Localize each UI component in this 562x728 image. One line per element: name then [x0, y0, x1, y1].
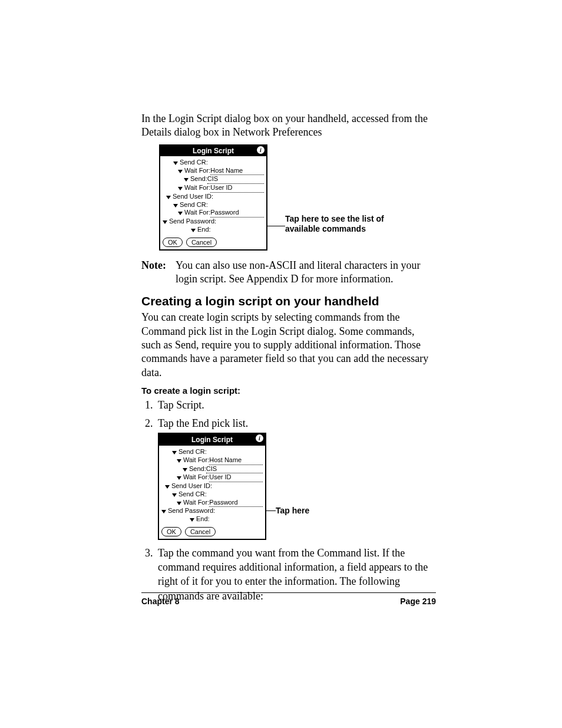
script-command: Send CR: — [180, 159, 208, 167]
script-line[interactable]: Send User ID: — [163, 193, 264, 201]
script-command: Wait For: — [184, 184, 210, 192]
login-script-dialog: Login Script i Send CR: Wait For: Host N… — [159, 144, 267, 251]
script-command: Wait For: — [184, 167, 210, 175]
dialog-title: Login Script — [191, 436, 233, 444]
script-line[interactable]: Wait For: Host Name — [161, 456, 263, 465]
dropdown-triangle-icon[interactable] — [177, 502, 181, 505]
dropdown-triangle-icon[interactable] — [178, 170, 183, 173]
script-line[interactable]: Wait For: Password — [163, 209, 264, 218]
step-2: Tap the End pick list. Login Script i Se… — [156, 416, 436, 540]
script-command: Send Password: — [169, 218, 216, 226]
script-command: Wait For: — [183, 473, 209, 482]
callout-text: Tap here — [276, 506, 309, 516]
script-value[interactable]: Password — [209, 499, 263, 508]
script-command: End: — [197, 226, 211, 234]
script-value[interactable]: CIS — [207, 175, 264, 184]
dropdown-triangle-icon[interactable] — [165, 485, 170, 489]
step-1: Tap Script. — [156, 398, 436, 412]
script-command: End: — [196, 515, 210, 523]
script-line[interactable]: End: — [163, 226, 264, 234]
script-command: Send User ID: — [171, 482, 212, 490]
script-value[interactable]: User ID — [210, 184, 264, 193]
footer-chapter: Chapter 8 — [141, 597, 180, 606]
dropdown-triangle-icon[interactable] — [178, 187, 183, 190]
script-line[interactable]: Send: CIS — [163, 175, 264, 184]
dropdown-triangle-icon[interactable] — [173, 162, 178, 165]
script-list: Send CR: Wait For: Host Name Send: CIS W… — [159, 446, 265, 525]
script-line[interactable]: Wait For: Host Name — [163, 167, 264, 176]
info-icon[interactable]: i — [257, 146, 265, 154]
section-paragraph: You can create login scripts by selectin… — [141, 311, 436, 380]
dropdown-triangle-icon[interactable] — [177, 476, 181, 480]
script-line[interactable]: Send CR: — [163, 201, 264, 209]
script-command: Send: — [189, 465, 206, 473]
script-list: Send CR: Wait For: Host Name Send: CIS W… — [160, 156, 266, 235]
dropdown-triangle-icon[interactable] — [184, 178, 189, 182]
note-label: Note: — [141, 259, 176, 286]
script-command: Send User ID: — [173, 193, 213, 201]
script-line[interactable]: End: — [161, 515, 263, 523]
ok-button[interactable]: OK — [163, 238, 183, 247]
figure-1: Login Script i Send CR: Wait For: Host N… — [141, 144, 436, 251]
info-icon[interactable]: i — [256, 434, 263, 442]
callout-leader-line — [266, 510, 276, 511]
login-script-dialog: Login Script i Send CR: Wait For: Host N… — [158, 433, 266, 540]
script-line[interactable]: Wait For: User ID — [163, 184, 264, 193]
dropdown-triangle-icon[interactable] — [172, 493, 177, 497]
script-command: Wait For: — [183, 456, 209, 465]
script-line[interactable]: Send CR: — [161, 448, 263, 456]
dropdown-triangle-icon[interactable] — [178, 212, 183, 215]
procedure-heading: To create a login script: — [141, 386, 436, 396]
dropdown-triangle-icon[interactable] — [161, 510, 166, 513]
note-text: You can also use non-ASCII and literal c… — [176, 259, 436, 286]
script-line[interactable]: Send: CIS — [161, 465, 263, 474]
script-command: Send CR: — [178, 490, 207, 499]
dropdown-triangle-icon[interactable] — [183, 468, 187, 472]
script-command: Send: — [190, 175, 207, 183]
dropdown-triangle-icon[interactable] — [191, 229, 196, 232]
figure-2: Login Script i Send CR: Wait For: Host N… — [158, 433, 436, 540]
dropdown-triangle-icon[interactable] — [172, 451, 177, 454]
heading-creating-login-script: Creating a login script on your handheld — [141, 294, 436, 308]
script-command: Wait For: — [184, 209, 210, 217]
callout-leader-line — [267, 226, 285, 226]
dropdown-triangle-icon[interactable] — [173, 204, 178, 207]
page-footer: Chapter 8 Page 219 — [141, 592, 436, 606]
intro-paragraph: In the Login Script dialog box on your h… — [141, 112, 436, 140]
dropdown-triangle-icon[interactable] — [177, 459, 181, 463]
script-value[interactable]: Host Name — [210, 167, 264, 176]
script-line[interactable]: Send User ID: — [161, 482, 263, 490]
dropdown-triangle-icon[interactable] — [190, 518, 194, 522]
procedure-steps: Tap Script. Tap the End pick list. Login… — [141, 398, 436, 603]
script-line[interactable]: Send CR: — [163, 159, 264, 167]
cancel-button[interactable]: Cancel — [186, 238, 217, 247]
script-value[interactable]: Password — [210, 209, 264, 218]
script-line[interactable]: Wait For: Password — [161, 499, 263, 508]
callout-text: Tap here to see the list of available co… — [285, 214, 415, 235]
footer-page: Page 219 — [400, 597, 436, 606]
script-line[interactable]: Send CR: — [161, 490, 263, 499]
script-command: Send Password: — [168, 507, 215, 515]
dialog-title-bar: Login Script i — [159, 434, 265, 446]
script-value[interactable]: CIS — [206, 465, 263, 474]
ok-button[interactable]: OK — [161, 527, 181, 536]
script-value[interactable]: Host Name — [209, 456, 263, 465]
dropdown-triangle-icon[interactable] — [166, 196, 171, 199]
script-command: Wait For: — [183, 499, 209, 507]
script-command: Send CR: — [178, 448, 207, 456]
dialog-title-bar: Login Script i — [160, 146, 266, 156]
script-line[interactable]: Send Password: — [161, 507, 263, 515]
cancel-button[interactable]: Cancel — [185, 527, 216, 536]
script-value[interactable]: User ID — [209, 473, 263, 482]
script-line[interactable]: Wait For: User ID — [161, 473, 263, 482]
script-line[interactable]: Send Password: — [163, 218, 264, 226]
dropdown-triangle-icon[interactable] — [163, 220, 167, 224]
note-block: Note: You can also use non-ASCII and lit… — [141, 259, 436, 286]
script-command: Send CR: — [180, 201, 208, 209]
dialog-title: Login Script — [193, 147, 234, 155]
